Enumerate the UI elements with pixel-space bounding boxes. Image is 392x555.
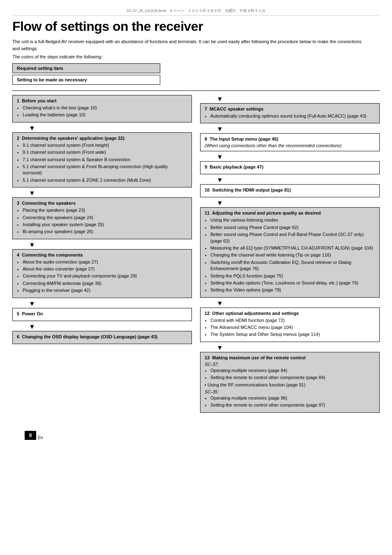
list-item: Connecting your TV and playback componen… xyxy=(23,273,187,279)
list-item: About the audio connection (page 27) xyxy=(23,259,187,265)
right-column: ▼ 7 MCACC speaker settings Automatically… xyxy=(200,95,380,415)
list-item: Operating multiple receivers (page 96) xyxy=(210,395,375,401)
list-item: Setting the Audio options (Tone, Loudnes… xyxy=(210,280,375,286)
step-6-box: 6 Changing the OSD display language (OSD… xyxy=(12,331,192,344)
step-9-title: 9 Basic playback (page 47) xyxy=(205,164,375,169)
step-10-title: 10 Switching the HDMI output (page 81) xyxy=(205,187,375,192)
list-item: Better sound using Phase Control (page 6… xyxy=(210,224,375,231)
step-12-title: 12 Other optional adjustments and settin… xyxy=(205,311,375,316)
list-item: 5.1 channel surround system & ZONE 2 con… xyxy=(23,177,187,183)
main-content: 1 Before you start Checking what's in th… xyxy=(12,95,380,415)
list-item: Connecting the speakers (page 24) xyxy=(23,215,187,221)
list-item: Better sound using Phase Control and Ful… xyxy=(210,231,375,244)
step-3-box: 3 Connecting the speakers Placing the sp… xyxy=(12,197,192,239)
step-5-box: 5 Power On xyxy=(12,308,192,321)
step-8-note: (When using connections other than the r… xyxy=(205,143,375,148)
arrow-10: ▼ xyxy=(217,200,380,206)
list-item: 9.1 channel surround system (Front wide) xyxy=(23,149,187,155)
list-item: Bi-amping your speakers (page 26) xyxy=(23,229,187,235)
arrow-2: ▼ xyxy=(29,190,192,197)
step-6-title: 6 Changing the OSD display language (OSD… xyxy=(17,334,187,339)
page-lang: En xyxy=(38,435,43,440)
step-13-sc37-list: Operating multiple receivers (page 84) S… xyxy=(210,368,375,388)
step-1-title: 1 Before you start xyxy=(17,98,187,103)
step-4-list: About the audio connection (page 27) Abo… xyxy=(23,259,187,294)
intro-text: The unit is a full-fledged AV receiver e… xyxy=(12,38,366,52)
horizontal-rule xyxy=(12,90,380,91)
page-header: SC-37_35_UXJCB.book 8 ページ ２０１０年３月９日 火曜日 … xyxy=(12,8,380,16)
step-7-box: 7 MCACC speaker settings Automatically c… xyxy=(200,103,380,123)
step-12-list: Control with HDMI function (page 72) The… xyxy=(210,317,375,338)
step-13-sc35-list: Operating multiple receivers (page 96) S… xyxy=(210,395,375,409)
step-13-title: 13 Making maximum use of the remote cont… xyxy=(205,355,375,360)
page-number: 8 xyxy=(25,431,36,440)
step-1-list: Checking what's in the box (page 10) Loa… xyxy=(23,105,187,118)
list-item: Setting the Video options (page 78) xyxy=(210,287,375,293)
step-10-box: 10 Switching the HDMI output (page 81) xyxy=(200,184,380,197)
step-13-sc37-label: SC-37: xyxy=(205,362,375,367)
arrow-11: ▼ xyxy=(217,300,380,307)
step-9-box: 9 Basic playback (page 47) xyxy=(200,161,380,174)
list-item: Using the various listening modes xyxy=(210,217,375,223)
list-item: Operating multiple receivers (page 84) xyxy=(210,368,375,374)
list-item: Loading the batteries (page 10) xyxy=(23,112,187,118)
arrow-3: ▼ xyxy=(29,242,192,248)
list-item: • Using the RF communications function (… xyxy=(205,382,375,388)
step-11-list: Using the various listening modes Better… xyxy=(210,217,375,293)
step-3-list: Placing the speakers (page 23) Connectin… xyxy=(23,207,187,235)
list-item: Installing your speaker system (page 25) xyxy=(23,222,187,228)
list-item: About the video converter (page 27) xyxy=(23,266,187,272)
step-13-box: 13 Making maximum use of the remote cont… xyxy=(200,352,380,413)
step-8-title: 8 The Input Setup menu (page 45) xyxy=(205,136,375,141)
arrow-4: ▼ xyxy=(29,301,192,307)
step-2-box: 2 Determining the speakers' application … xyxy=(12,132,192,187)
step-2-title: 2 Determining the speakers' application … xyxy=(17,136,187,141)
step-11-title: 11 Adjusting the sound and picture quali… xyxy=(205,210,375,215)
colors-note: The colors of the steps indicate the fol… xyxy=(12,54,380,59)
arrow-8: ▼ xyxy=(217,154,380,160)
arrow-5: ▼ xyxy=(29,324,192,330)
list-item: Checking what's in the box (page 10) xyxy=(23,105,187,111)
left-column: 1 Before you start Checking what's in th… xyxy=(12,95,192,415)
step-2-list: 9.1 channel surround system (Front heigh… xyxy=(23,142,187,183)
list-item: Control with HDMI function (page 72) xyxy=(210,317,375,324)
list-item: The Advanced MCACC menu (page 104) xyxy=(210,324,375,331)
list-item: Plugging in the receiver (page 42) xyxy=(23,287,187,294)
arrow-7: ▼ xyxy=(217,126,380,132)
arrow-12: ▼ xyxy=(217,345,380,351)
step-4-box: 4 Connecting the components About the au… xyxy=(12,249,192,298)
step-3-title: 3 Connecting the speakers xyxy=(17,201,187,206)
step-5-title: 5 Power On xyxy=(17,311,187,316)
list-item: The System Setup and Other Setup menus (… xyxy=(210,331,375,338)
step-8-box: 8 The Input Setup menu (page 45) (When u… xyxy=(200,133,380,151)
step-7-list: Automatically conducting optimum sound t… xyxy=(210,113,375,119)
step-13-sc35-label: SC-35: xyxy=(205,389,375,394)
list-item: 9.1 channel surround system (Front heigh… xyxy=(23,142,187,148)
arrow-9: ▼ xyxy=(217,177,380,183)
list-item: Connecting AM/FM antennas (page 36) xyxy=(23,280,187,287)
list-item: 7.1 channel surround system & Speaker B … xyxy=(23,157,187,163)
list-item: Placing the speakers (page 23) xyxy=(23,207,187,213)
list-item: Changing the channel level while listeni… xyxy=(210,252,375,258)
list-item: Setting the PQLS function (page 75) xyxy=(210,273,375,279)
list-item: Switching on/off the Acoustic Calibratio… xyxy=(210,259,375,272)
legend-required: Required setting item xyxy=(12,63,160,73)
step-1-box: 1 Before you start Checking what's in th… xyxy=(12,95,192,123)
step-7-title: 7 MCACC speaker settings xyxy=(205,106,375,111)
list-item: Automatically conducting optimum sound t… xyxy=(210,113,375,119)
list-item: Setting the remote to control other comp… xyxy=(210,402,375,408)
step-12-box: 12 Other optional adjustments and settin… xyxy=(200,308,380,342)
list-item: Measuring the all EQ type (SYMMETRY/ALL … xyxy=(210,245,375,251)
step-4-title: 4 Connecting the components xyxy=(17,252,187,257)
page-title: Flow of settings on the receiver xyxy=(12,19,380,34)
list-item: Setting the remote to control other comp… xyxy=(210,375,375,381)
arrow-top-right: ▼ xyxy=(217,96,380,102)
arrow-1: ▼ xyxy=(29,125,192,132)
list-item: 5.1 channel surround system & Front Bi-a… xyxy=(23,164,187,176)
legend-optional: Setting to be made as necessary xyxy=(12,75,160,85)
step-11-box: 11 Adjusting the sound and picture quali… xyxy=(200,207,380,297)
